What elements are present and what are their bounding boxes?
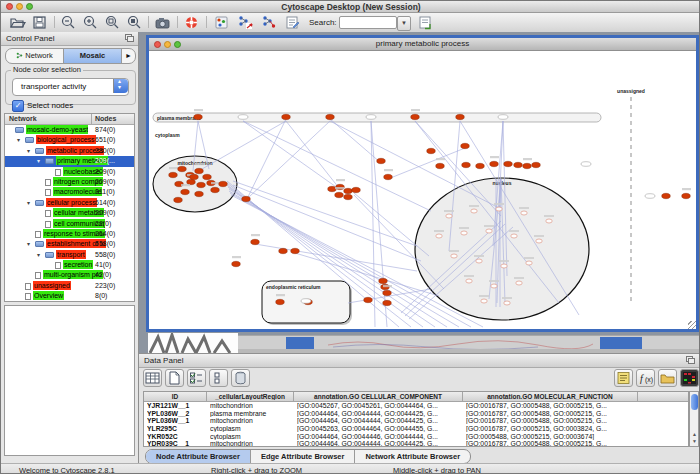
network-node[interactable] (276, 299, 285, 304)
column-molecular-function[interactable]: annotation.GO MOLECULAR_FUNCTION (463, 393, 637, 400)
column-region[interactable]: _cellularLayoutRegion (207, 393, 293, 400)
nucleus-node[interactable] (521, 211, 527, 215)
tree-row[interactable]: ▾biological_process651(0) (5, 135, 134, 145)
network-edge[interactable] (330, 121, 501, 209)
network-node[interactable] (174, 197, 183, 202)
nucleus-node[interactable] (536, 239, 542, 243)
nucleus-node[interactable] (446, 214, 452, 218)
network-node[interactable] (211, 187, 220, 192)
tree-row[interactable]: nucleobase-209(0) (5, 167, 134, 177)
network-node[interactable] (456, 114, 465, 119)
network-node-unfilled[interactable] (645, 194, 655, 199)
table-scrollbar[interactable]: ▲ ▼ (689, 391, 699, 447)
attribute-grid-icon[interactable] (143, 369, 162, 387)
network-node[interactable] (195, 168, 204, 173)
nucleus-node[interactable] (471, 209, 477, 213)
network-node[interactable] (279, 248, 288, 253)
network-node[interactable] (169, 172, 178, 177)
network-node-unfilled[interactable] (581, 162, 591, 167)
zoom-out-icon[interactable] (59, 15, 76, 30)
snapshot-camera-icon[interactable] (154, 15, 171, 30)
column-cellular-component[interactable]: annotation.GO CELLULAR_COMPONENT (294, 393, 462, 400)
zoom-in-icon[interactable] (81, 15, 98, 30)
tab-network[interactable]: Network (6, 49, 64, 63)
tab-edge-attribute-browser[interactable]: Edge Attribute Browser (251, 450, 355, 463)
tree-column-network[interactable]: Network (9, 115, 37, 122)
tree-expander-icon[interactable]: ▾ (27, 239, 35, 249)
tree-expander-icon[interactable]: ▾ (17, 135, 25, 145)
tab-network-attribute-browser[interactable]: Network Attribute Browser (355, 450, 470, 463)
import-table-icon[interactable] (417, 15, 434, 30)
tree-row[interactable]: secretion41(0) (5, 260, 134, 270)
network-node[interactable] (383, 300, 392, 305)
nucleus-node[interactable] (501, 264, 507, 268)
open-icon[interactable] (9, 15, 26, 30)
new-attribute-icon[interactable] (165, 369, 184, 387)
tree-row[interactable]: cellular metabol209(0) (5, 208, 134, 218)
network-node[interactable] (490, 161, 499, 166)
network-node[interactable] (379, 278, 388, 283)
network-node[interactable] (427, 148, 436, 153)
network-view-window[interactable]: primary metabolic process plasma membran… (146, 35, 699, 332)
help-lifesaver-icon[interactable] (183, 15, 200, 30)
network-node[interactable] (662, 193, 671, 198)
unselect-attributes-icon[interactable] (209, 369, 228, 387)
scrollbar-thumb[interactable] (691, 394, 698, 410)
network-canvas[interactable]: plasma membrane cytoplasm mitochondrion … (149, 51, 696, 329)
tree-row[interactable]: nitrogen compo209(0) (5, 177, 134, 187)
search-dropdown-button[interactable]: ▼ (397, 16, 411, 31)
nucleus-node[interactable] (466, 279, 472, 283)
tree-row[interactable]: macromolecule311(0) (5, 187, 134, 197)
network-node[interactable] (195, 191, 204, 196)
tree-expander-icon[interactable]: ▾ (37, 250, 45, 260)
network-edge[interactable] (255, 244, 417, 271)
network-node[interactable] (523, 163, 532, 168)
network-edge[interactable] (330, 119, 381, 163)
formula-builder-icon[interactable]: f(x) (636, 369, 655, 387)
network-node[interactable] (461, 143, 470, 148)
select-attributes-icon[interactable] (187, 369, 206, 387)
table-row[interactable]: YDR039C__1mitochondrion[GO:0044464, GO:0… (144, 440, 688, 447)
import-attributes-icon[interactable] (658, 369, 677, 387)
tree-row[interactable]: multi-organism pro42(0) (5, 270, 134, 280)
network-edge[interactable] (249, 121, 330, 197)
edit-attributes-icon[interactable] (614, 369, 633, 387)
network-node[interactable] (197, 182, 206, 187)
network-graph[interactable]: plasma membrane cytoplasm mitochondrion … (149, 51, 696, 329)
network-node[interactable] (242, 196, 251, 201)
network-node[interactable] (251, 239, 260, 244)
nucleus-node[interactable] (496, 207, 502, 211)
tree-row[interactable]: ▾establishment of lo558(0) (5, 239, 134, 249)
network-node[interactable] (178, 166, 187, 171)
network-node[interactable] (219, 181, 228, 186)
tree-row[interactable]: ▾primary metabol209(... (5, 156, 134, 166)
network-node[interactable] (203, 174, 212, 179)
network-node[interactable] (194, 114, 203, 119)
nucleus-node[interactable] (526, 261, 532, 265)
network-tool-2-icon[interactable] (261, 15, 278, 30)
network-node[interactable] (364, 297, 373, 302)
nucleus-node[interactable] (476, 259, 482, 263)
tab-overflow-arrow[interactable]: ► (122, 49, 135, 63)
resize-grip[interactable] (688, 321, 696, 329)
save-icon[interactable] (31, 15, 48, 30)
network-node[interactable] (232, 261, 241, 266)
network-node[interactable] (476, 163, 485, 168)
nucleus-node[interactable] (461, 231, 467, 235)
network-node[interactable] (514, 162, 523, 167)
network-edge[interactable] (243, 121, 339, 189)
network-edge[interactable] (233, 185, 421, 261)
network-node-unfilled[interactable] (366, 115, 376, 120)
network-node[interactable] (383, 290, 392, 295)
delete-attribute-icon[interactable] (231, 369, 250, 387)
network-view-titlebar[interactable]: primary metabolic process (149, 38, 696, 51)
region-plasma-membrane[interactable] (153, 113, 601, 122)
network-node[interactable] (335, 192, 344, 197)
tree-column-nodes[interactable]: Nodes (95, 115, 116, 122)
nucleus-node[interactable] (491, 284, 497, 288)
column-id[interactable]: ID (144, 393, 206, 400)
tree-expander-icon[interactable]: ▾ (37, 156, 45, 166)
nucleus-node[interactable] (486, 229, 492, 233)
tree-row[interactable]: cell communicat22(0) (5, 219, 134, 229)
tree-expander-icon[interactable]: ▾ (27, 198, 35, 208)
